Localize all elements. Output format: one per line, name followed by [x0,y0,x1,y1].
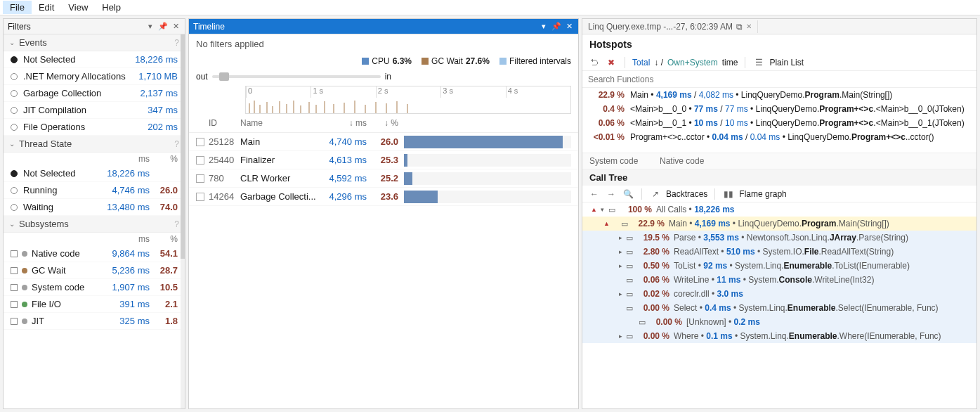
calltree-row[interactable]: ▸ ▭ 0.00 % Where • 0.1 ms • System.Linq.… [582,329,976,343]
radio-icon [11,170,18,177]
timeline-subheader: No filters applied [189,34,578,53]
backtraces-label[interactable]: Backtraces [666,189,707,199]
calltree-row[interactable]: ▸ ▭ 2.80 % ReadAllText • 510 ms • System… [582,245,976,259]
menu-edit[interactable]: Edit [32,1,61,14]
filter-row-event[interactable]: File Operations 202 ms [4,119,185,136]
total-link[interactable]: Total [632,58,650,67]
tab-session[interactable]: Linq Query.exe.tmp -...-27, 6:02:39 AM ⧉… [582,20,758,33]
filter-row-subsystem[interactable]: GC Wait 5,236 ms 28.7 [4,262,185,279]
help-icon[interactable]: ? [174,38,179,48]
radio-icon [11,73,18,80]
plain-list-label[interactable]: Plain List [769,58,804,67]
help-icon[interactable]: ? [174,219,179,229]
thread-columns: ID Name ↓ ms ↓ % [189,114,578,133]
hotspot-row[interactable]: <0.01 % Program+<>c..cctor • 0.04 ms / 0… [582,130,976,144]
expand-icon[interactable]: ▾ [599,206,607,213]
frame-icon: ▭ [625,276,634,285]
filter-row-subsystem[interactable]: File I/O 391 ms 2.1 [4,296,185,313]
close-icon[interactable]: ✕ [564,22,574,32]
back-icon[interactable]: ⮌ [588,56,601,69]
calltree-row[interactable]: ▲ ▾ ▭ 100 % All Calls • 18,226 ms [582,202,976,217]
timeline-title: Timeline [193,22,225,32]
nav-fwd-icon[interactable]: → [605,188,618,200]
window-icon[interactable]: ⧉ [736,22,743,32]
chevron-down-icon: ⌄ [9,140,15,148]
zoom-row: out in [189,72,578,86]
color-dot-icon [22,285,27,290]
hot-marker-icon: ▲ [591,206,597,213]
checkbox-icon[interactable] [196,156,204,165]
thread-timeline-bar[interactable] [404,191,571,203]
expand-icon[interactable]: ▸ [616,290,625,297]
thread-row[interactable]: 25440 Finalizer 4,613 ms 25.3 [189,151,578,169]
filter-row-threadstate[interactable]: Not Selected 18,226 ms [4,165,185,182]
close-icon[interactable]: ✕ [171,22,181,32]
radio-icon [11,204,18,211]
timeline-ruler[interactable]: 01 s2 s3 s4 s [245,86,571,114]
own-system-link[interactable]: Own+System [667,58,718,67]
thread-timeline-bar[interactable] [404,136,571,148]
scrollbar[interactable] [181,34,185,408]
nav-back-icon[interactable]: ← [588,188,601,200]
frame-icon: ▭ [625,332,634,341]
threadstate-columns: ms % [4,153,185,165]
calltree-row[interactable]: ▸ ▭ 0.50 % ToList • 92 ms • System.Linq.… [582,259,976,273]
chevron-down-icon: ⌄ [9,220,15,228]
filter-row-subsystem[interactable]: JIT 325 ms 1.8 [4,313,185,330]
calltree-row[interactable]: ▭ 0.00 % [Unknown] • 0.2 ms [582,315,976,329]
calltree-row[interactable]: ▭ 0.06 % WriteLine • 11 ms • System.Cons… [582,273,976,287]
calltree-row[interactable]: ▸ ▭ 0.02 % coreclr.dll • 3.0 ms [582,287,976,301]
hotspots-toolbar: ⮌ ✖ Total↓ / Own+System time ☰ Plain Lis… [582,54,976,71]
subsystems-section-header[interactable]: ⌄ Subsystems ? [4,216,185,233]
checkbox-icon[interactable] [196,193,204,201]
filter-row-threadstate[interactable]: Waiting 13,480 ms 74.0 [4,199,185,216]
filter-row-threadstate[interactable]: Running 4,746 ms 26.0 [4,182,185,199]
filter-row-subsystem[interactable]: System code 1,907 ms 10.5 [4,279,185,296]
calltree-row[interactable]: ▲ ▭ 22.9 % Main • 4,169 ms • LinqQueryDe… [582,217,976,231]
thread-row[interactable]: 780 CLR Worker 4,592 ms 25.2 [189,169,578,188]
zoom-slider[interactable] [212,75,381,78]
dropdown-icon[interactable]: ▾ [145,22,155,32]
thread-timeline-bar[interactable] [404,154,571,167]
search-icon[interactable]: 🔍 [622,188,634,200]
radio-icon [11,56,18,63]
pin-icon[interactable]: 📌 [158,22,168,32]
hotspot-row[interactable]: 0.06 % <Main>b__0_1 • 10 ms / 10 ms • Li… [582,116,976,130]
dropdown-icon[interactable]: ▾ [539,22,549,32]
menu-help[interactable]: Help [95,1,128,14]
help-icon[interactable]: ? [174,139,179,149]
thread-row[interactable]: 25128 Main 4,740 ms 26.0 [189,133,578,151]
checkbox-icon[interactable] [196,174,204,183]
thread-row[interactable]: 14264 Garbage Collecti... 4,296 ms 23.6 [189,188,578,206]
expand-icon[interactable]: ▸ [616,333,625,340]
filter-row-event[interactable]: .NET Memory Allocations 1,710 MB [4,68,185,85]
checkbox-icon[interactable] [196,138,204,146]
expand-icon[interactable]: ▸ [616,234,625,241]
filter-row-event[interactable]: Not Selected 18,226 ms [4,51,185,68]
timeline-titlebar: Timeline ▾ 📌 ✕ [189,19,578,34]
pin-icon[interactable]: 📌 [551,22,561,32]
menu-file[interactable]: File [3,1,32,14]
thread-timeline-bar[interactable] [404,172,571,185]
hotspot-row[interactable]: 22.9 % Main • 4,169 ms / 4,082 ms • Linq… [582,88,976,102]
menu-view[interactable]: View [61,1,95,14]
calltree-row[interactable]: ▸ ▭ 19.5 % Parse • 3,553 ms • Newtonsoft… [582,231,976,245]
expand-icon[interactable]: ▸ [616,248,625,255]
code-type-row: System code Native code [582,153,976,169]
flame-label[interactable]: Flame graph [739,189,786,199]
expand-icon[interactable]: ▸ [616,262,625,269]
checkbox-icon [11,318,18,325]
close-icon[interactable]: ✕ [746,22,752,30]
filter-icon[interactable]: ✖ [605,56,618,69]
filter-row-event[interactable]: Garbage Collection 2,137 ms [4,85,185,102]
events-section-header[interactable]: ⌄ Events ? [4,34,185,51]
hotspot-row[interactable]: 0.4 % <Main>b__0_0 • 77 ms / 77 ms • Lin… [582,102,976,116]
frame-icon: ▭ [637,318,647,327]
radio-icon [11,107,18,114]
threadstate-section-header[interactable]: ⌄ Thread State ? [4,136,185,153]
checkbox-icon [11,301,18,308]
filter-row-subsystem[interactable]: Native code 9,864 ms 54.1 [4,245,185,262]
search-input[interactable] [582,71,976,87]
calltree-row[interactable]: ▭ 0.00 % Select • 0.4 ms • System.Linq.E… [582,301,976,315]
filter-row-event[interactable]: JIT Compilation 347 ms [4,102,185,119]
